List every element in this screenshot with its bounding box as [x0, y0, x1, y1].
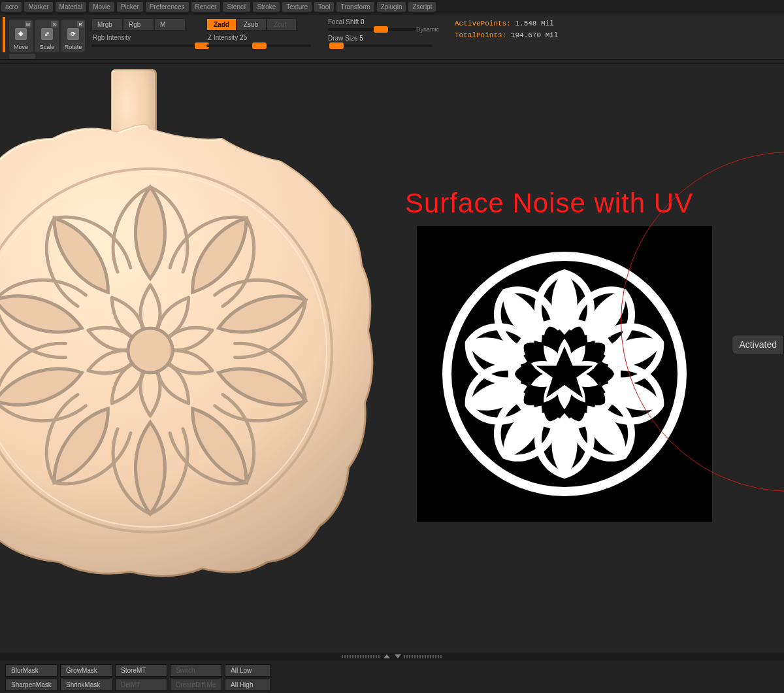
rgb-intensity-slider[interactable] [91, 44, 209, 47]
menu-item[interactable]: Marker [24, 2, 52, 12]
m-button[interactable]: M [154, 18, 186, 31]
move-gizmo-icon: ✥ [15, 28, 27, 40]
delmt-button[interactable]: DelMT [115, 679, 167, 691]
storemt-button[interactable]: StoreMT [115, 664, 167, 677]
dynamic-toggle[interactable]: Dynamic [416, 26, 439, 33]
draw-size-knob[interactable] [329, 42, 344, 49]
shelf-drag-handle[interactable] [0, 652, 784, 660]
rgb-mode-group: Mrgb Rgb M Rgb Intensity [91, 17, 203, 47]
zadd-button[interactable]: Zadd [206, 18, 237, 31]
grip-dots-icon [404, 655, 443, 658]
blurmask-button[interactable]: BlurMask [5, 664, 57, 677]
all-low-button[interactable]: All Low [225, 664, 270, 677]
rgb-intensity-label: Rgb Intensity [91, 32, 203, 43]
svg-point-1 [0, 135, 366, 566]
focal-shift-label: Focal Shift 0 [328, 18, 439, 25]
sculpt-model [0, 69, 405, 658]
rotate-label: Rotate [65, 44, 82, 50]
draw-size-label: Draw Size 5 [328, 35, 439, 42]
move-label: Move [14, 44, 28, 50]
menu-item[interactable]: Transform [336, 2, 374, 12]
rotate-button[interactable]: R ⟳ Rotate [61, 20, 85, 52]
menu-item[interactable]: Render [191, 2, 221, 12]
alpha-texture-preview [417, 226, 712, 522]
rotate-hotkey-icon: R [77, 21, 84, 27]
document-tabs[interactable] [0, 60, 784, 64]
switch-button[interactable]: Switch [170, 664, 222, 677]
menu-item[interactable]: Stroke [253, 2, 280, 12]
svg-point-2 [0, 169, 332, 532]
mrgb-button[interactable]: Mrgb [91, 18, 123, 31]
active-points-value: 1.548 Mil [515, 20, 553, 27]
scale-label: Scale [40, 44, 55, 50]
sharpenmask-button[interactable]: SharpenMask [5, 679, 57, 691]
stats-readout: ActivePoints: 1.548 Mil TotalPoints: 194… [455, 17, 558, 39]
activated-badge: Activated [732, 335, 784, 354]
svg-point-4 [128, 328, 172, 373]
svg-rect-0 [111, 69, 157, 187]
expand-up-icon [384, 654, 390, 658]
move-hotkey-icon: M [25, 21, 31, 27]
z-intensity-label: Z Intensity 25 [206, 32, 311, 43]
total-points-label: TotalPoints: [455, 31, 506, 39]
mini-slider[interactable] [9, 54, 35, 59]
z-mode-group: Zadd Zsub Zcut Z Intensity 25 [206, 17, 311, 47]
scale-gizmo-icon: ⤢ [41, 28, 53, 40]
growmask-button[interactable]: GrowMask [60, 664, 112, 677]
menu-item[interactable]: Zscript [408, 2, 436, 12]
annotation-title: Surface Noise with UV [405, 188, 693, 219]
svg-point-3 [0, 174, 327, 527]
scale-hotkey-icon: S [51, 21, 57, 27]
shrinkmask-button[interactable]: ShrinkMask [60, 679, 112, 691]
rotate-gizmo-icon: ⟳ [67, 28, 79, 40]
main-menu: acro Marker Material Movie Picker Prefer… [0, 0, 784, 14]
zcut-button[interactable]: Zcut [267, 18, 297, 31]
rgb-button[interactable]: Rgb [123, 18, 154, 31]
draw-size-slider[interactable] [328, 44, 433, 47]
menu-item[interactable]: Zplugin [377, 2, 406, 12]
menu-item[interactable]: Tool [314, 2, 334, 12]
draw-group: Focal Shift 0 Draw Size 5 Dynamic [328, 17, 439, 47]
scale-button[interactable]: S ⤢ Scale [35, 20, 59, 52]
viewport[interactable]: Surface Noise with UV [0, 60, 784, 662]
all-high-button[interactable]: All High [225, 679, 270, 691]
toolbar: M ✥ Move S ⤢ Scale R ⟳ Rotate Mrgb Rgb M… [0, 14, 784, 60]
gizmo-group: M ✥ Move S ⤢ Scale R ⟳ Rotate [3, 17, 88, 52]
creatediff-button[interactable]: CreateDiff Me [170, 679, 222, 691]
menu-item[interactable]: Preferences [146, 2, 189, 12]
menu-item[interactable]: Material [56, 2, 87, 12]
menu-item[interactable]: Movie [89, 2, 114, 12]
z-intensity-slider[interactable] [206, 44, 311, 47]
svg-point-6 [561, 272, 568, 280]
grip-dots-icon [342, 655, 381, 658]
menu-item[interactable]: Stencil [223, 2, 250, 12]
move-button[interactable]: M ✥ Move [9, 20, 33, 52]
zsub-button[interactable]: Zsub [237, 18, 267, 31]
bottom-shelf: BlurMask GrowMask StoreMT Switch All Low… [0, 660, 784, 693]
menu-item[interactable]: Picker [117, 2, 143, 12]
total-points-value: 194.670 Mil [511, 31, 559, 39]
menu-item[interactable]: Texture [282, 2, 312, 12]
active-points-label: ActivePoints: [455, 20, 511, 27]
menu-item[interactable]: acro [1, 2, 22, 12]
z-intensity-knob[interactable] [252, 42, 267, 49]
collapse-down-icon [395, 654, 401, 658]
focal-shift-knob[interactable] [374, 26, 388, 33]
